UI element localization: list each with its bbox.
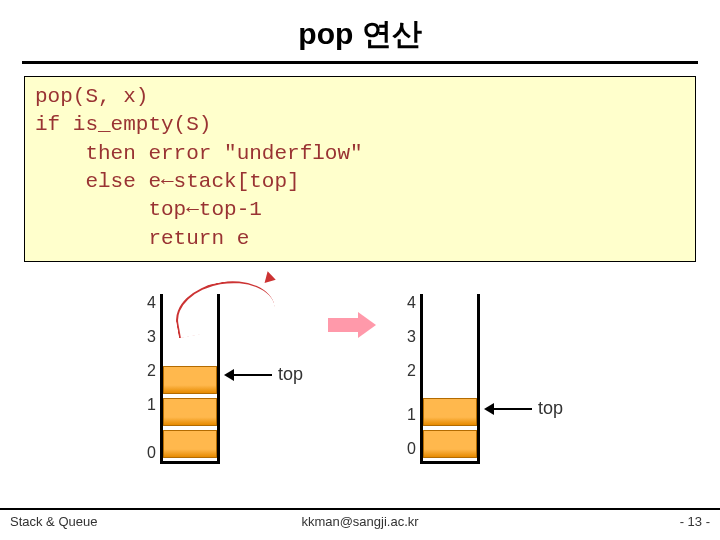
stack-cell [163,366,217,394]
stack-index: 2 [400,362,416,380]
stack-index: 4 [400,294,416,312]
stack-index: 1 [140,396,156,414]
footer-divider [0,508,720,510]
stack-index: 0 [400,440,416,458]
code-block: pop(S, x) if is_empty(S) then error "und… [24,76,696,262]
footer: Stack & Queue kkman@sangji.ac.kr - 13 - [0,514,720,536]
top-pointer-after: top [492,398,563,419]
stack-index: 0 [140,444,156,462]
footer-right: - 13 - [680,514,710,529]
page-title: pop 연산 [298,14,421,55]
stack-index: 1 [400,406,416,424]
title-divider [22,61,698,64]
top-label: top [278,364,303,385]
stack-cell [163,398,217,426]
stack-index: 2 [140,362,156,380]
stack-cell [163,430,217,458]
top-pointer-before: top [232,364,303,385]
stack-cell [423,430,477,458]
stack-index: 3 [400,328,416,346]
stack-cell [423,398,477,426]
top-label: top [538,398,563,419]
footer-center: kkman@sangji.ac.kr [0,514,720,529]
stack-index: 4 [140,294,156,312]
stack-index: 3 [140,328,156,346]
diagram: 4 3 2 1 0 top 4 3 2 1 0 top [0,284,720,494]
